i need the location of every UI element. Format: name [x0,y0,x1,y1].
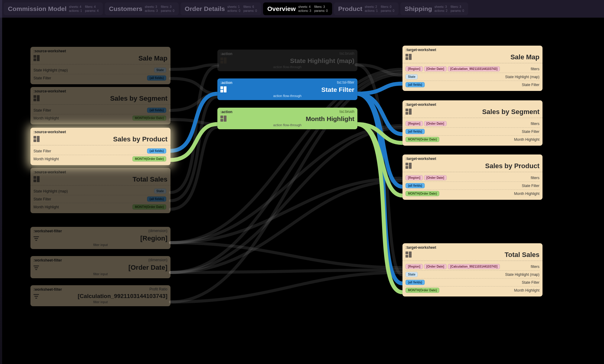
tab-shipping[interactable]: Shipping sheets: 3filters: 3 actions: 2p… [400,2,468,15]
worksheet-icon [220,86,227,93]
node-title: Sale Map [40,54,167,62]
node-row: State State Highlight (map) [406,73,539,81]
node-row: MONTH(Order Date) Month Highlight [406,189,539,197]
worksheet-icon [406,251,412,258]
source-worksheet-sale-map[interactable]: :source-worksheet Sale Map State Highlig… [30,47,170,84]
node-row: MONTH(Order Date) Month Highlight [406,135,539,143]
tab-label: Overview [267,5,296,12]
tab-label: Shipping [405,5,432,12]
node-row: State Filter(all fields) [33,74,167,82]
source-worksheet-total-sales[interactable]: :source-worksheet Total Sales State High… [30,168,170,213]
node-row: State Highlight (map)State [33,187,167,195]
node-row: (all fields) State Filter [406,278,539,286]
node-row: (all fields) State Filter [406,182,539,189]
node-row: State Filter(all fields) [33,147,167,155]
tab-overview[interactable]: Overview sheets: 4filters: 3 actions: 3p… [263,2,332,15]
node-subtype: tsc:brush [339,51,354,56]
node-row: [Region][Order Date] filters [406,174,539,182]
node-subtitle: action flow-through [220,123,354,127]
tab-meta: sheets: 3filters: 3 actions: 3params: 0 [145,5,174,13]
node-type: :source-worksheet [33,89,66,93]
node-type: :target-worksheet [406,48,436,52]
node-subtype: tsc:tsl-filter [337,80,354,85]
source-worksheet-sales-by-product[interactable]: :source-worksheet Sales by Product State… [30,128,170,165]
tab-meta: sheets: 2filters: 0 actions: 1params: 0 [365,5,394,13]
node-type: :worksheet-filter [33,229,62,233]
target-worksheet-sale-map[interactable]: :target-worksheet Sale Map [Region][Orde… [402,46,543,91]
node-title: Total Sales [412,251,539,259]
source-worksheet-sales-by-segment[interactable]: :source-worksheet Sales by Segment State… [30,87,170,124]
node-title: Sales by Segment [40,95,167,102]
worksheet-icon [33,176,40,183]
node-title: Sales by Segment [412,108,539,116]
node-row: [Region][Order Date][Calculation_9921103… [406,263,539,270]
tab-label: Commission Model [8,5,67,12]
node-subtitle: filter input [33,300,167,304]
node-type: :worksheet-filter [33,258,62,262]
node-row: State Highlight (map)State [33,66,167,74]
node-title: [Region] [40,234,167,242]
node-title: State Filter [227,86,354,93]
node-subtype: Profit Ratio [149,287,167,291]
node-row: State Filter(all fields) [33,106,167,114]
tab-customers[interactable]: Customers sheets: 3filters: 3 actions: 3… [105,2,179,15]
worksheet-icon [220,57,227,64]
worksheet-filter-region[interactable]: :worksheet-filter (dimension) [Region] f… [30,227,170,249]
worksheet-icon [406,163,412,169]
node-title: Month Highlight [227,115,354,123]
filter-icon [33,236,40,241]
action-month-highlight[interactable]: :action tsc:brush Month Highlight action… [217,108,357,129]
tab-meta: sheets: 3filters: 3 actions: 2params: 0 [434,5,464,13]
node-type: :target-worksheet [406,245,436,250]
tab-meta: sheets: 1filters: 6 actions: 0params: 0 [227,5,257,13]
node-title: Sale Map [412,53,539,61]
tab-order-details[interactable]: Order Details sheets: 1filters: 6 action… [181,2,261,15]
action-state-filter[interactable]: :action tsc:tsl-filter State Filter acti… [217,78,357,100]
node-subtitle: action flow-through [220,65,354,69]
worksheet-icon [406,109,412,115]
tab-label: Order Details [185,5,225,12]
filter-icon [33,293,40,299]
node-type: :target-worksheet [406,157,436,161]
node-subtype: tsc:brush [339,109,354,114]
node-row: (all fields) State Filter [406,81,539,88]
target-worksheet-sales-by-product[interactable]: :target-worksheet Sales by Product [Regi… [402,154,543,200]
node-type: :source-worksheet [33,130,66,134]
worksheet-filter-calculation[interactable]: :worksheet-filter Profit Ratio [Calculat… [30,285,170,306]
worksheet-icon [33,95,40,102]
worksheet-filter-order-date[interactable]: :worksheet-filter (dimension) [Order Dat… [30,256,170,278]
tab-commission-model[interactable]: Commission Model sheets: 4filters: 4 act… [4,2,103,15]
worksheet-icon [406,54,412,61]
node-row: [Region][Order Date] filters [406,120,539,127]
target-worksheet-total-sales[interactable]: :target-worksheet Total Sales [Region][O… [402,243,543,296]
action-state-highlight[interactable]: :action tsc:brush State Highlight (map) … [217,50,357,71]
tab-meta: sheets: 4filters: 3 actions: 3params: 0 [298,5,328,13]
node-row: State Filter(all fields) [33,195,167,203]
node-type: :worksheet-filter [33,287,62,292]
node-title: Sales by Product [412,162,539,170]
flow-canvas[interactable]: :source-worksheet Sale Map State Highlig… [0,18,604,364]
node-type: :action [220,110,232,114]
node-row: Month HighlightMONTH(Order Date) [33,114,167,122]
node-type: :action [220,81,232,85]
node-title: Total Sales [40,175,167,183]
node-row: MONTH(Order Date) Month Highlight [406,286,539,294]
node-subtype: (dimension) [148,229,167,233]
tab-label: Product [338,5,362,12]
node-subtitle: filter input [33,272,167,276]
node-type: :source-worksheet [33,49,66,53]
node-row: Month HighlightMONTH(Order Date) [33,155,167,163]
node-row: [Region][Order Date][Calculation_9921103… [406,65,539,73]
node-row: Month HighlightMONTH(Order Date) [33,203,167,211]
dashboard-tabs: Commission Model sheets: 4filters: 4 act… [0,0,604,18]
node-row: State State Highlight (map) [406,270,539,278]
filter-icon [33,265,40,270]
tab-label: Customers [109,5,142,12]
worksheet-icon [220,116,227,122]
worksheet-icon [33,136,40,143]
node-type: :source-worksheet [33,170,66,174]
tab-product[interactable]: Product sheets: 2filters: 0 actions: 1pa… [334,2,399,15]
target-worksheet-sales-by-segment[interactable]: :target-worksheet Sales by Segment [Regi… [402,100,543,146]
node-subtype: (dimension) [148,258,167,262]
worksheet-icon [33,55,40,62]
